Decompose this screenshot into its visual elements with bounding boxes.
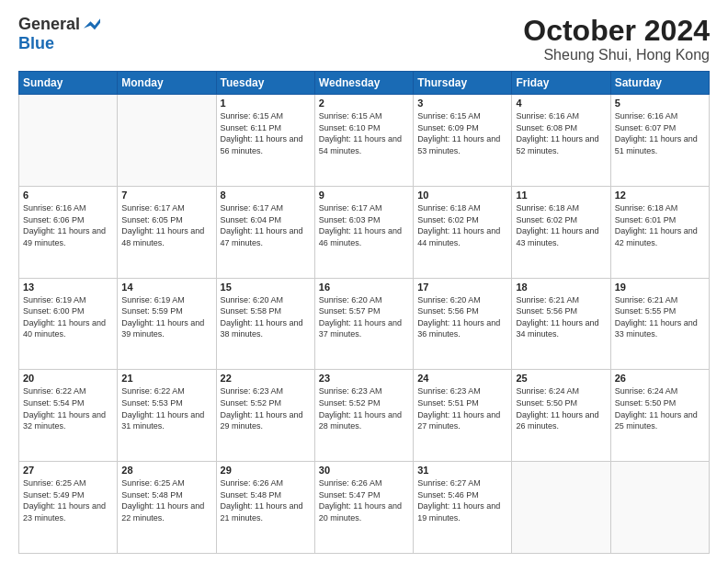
day-info: Sunrise: 6:23 AM Sunset: 5:52 PM Dayligh…: [221, 385, 311, 431]
calendar-cell: 23Sunrise: 6:23 AM Sunset: 5:52 PM Dayli…: [314, 370, 413, 462]
day-number: 23: [319, 373, 409, 384]
calendar-week-row: 20Sunrise: 6:22 AM Sunset: 5:54 PM Dayli…: [19, 370, 710, 462]
logo-bird-icon: [84, 17, 100, 33]
day-info: Sunrise: 6:20 AM Sunset: 5:58 PM Dayligh…: [221, 294, 311, 340]
day-info: Sunrise: 6:15 AM Sunset: 6:10 PM Dayligh…: [319, 110, 409, 156]
day-info: Sunrise: 6:17 AM Sunset: 6:04 PM Dayligh…: [221, 202, 311, 248]
title-section: October 2024 Sheung Shui, Hong Kong: [523, 15, 710, 63]
calendar-cell: 7Sunrise: 6:17 AM Sunset: 6:05 PM Daylig…: [118, 186, 216, 278]
calendar-week-row: 13Sunrise: 6:19 AM Sunset: 6:00 PM Dayli…: [19, 278, 710, 370]
calendar-cell: 30Sunrise: 6:26 AM Sunset: 5:47 PM Dayli…: [314, 462, 413, 554]
day-info: Sunrise: 6:16 AM Sunset: 6:06 PM Dayligh…: [23, 202, 113, 248]
calendar-cell: [19, 95, 118, 187]
calendar-cell: 27Sunrise: 6:25 AM Sunset: 5:49 PM Dayli…: [19, 462, 118, 554]
day-info: Sunrise: 6:16 AM Sunset: 6:07 PM Dayligh…: [615, 110, 705, 156]
day-info: Sunrise: 6:21 AM Sunset: 5:55 PM Dayligh…: [615, 294, 705, 340]
day-info: Sunrise: 6:18 AM Sunset: 6:02 PM Dayligh…: [516, 202, 606, 248]
day-number: 2: [319, 98, 409, 109]
day-number: 7: [121, 190, 211, 201]
calendar-table: SundayMondayTuesdayWednesdayThursdayFrid…: [18, 71, 710, 554]
day-info: Sunrise: 6:26 AM Sunset: 5:47 PM Dayligh…: [319, 477, 409, 523]
calendar-cell: 3Sunrise: 6:15 AM Sunset: 6:09 PM Daylig…: [414, 95, 512, 187]
calendar-cell: 1Sunrise: 6:15 AM Sunset: 6:11 PM Daylig…: [216, 95, 314, 187]
day-number: 30: [319, 465, 409, 476]
day-info: Sunrise: 6:23 AM Sunset: 5:52 PM Dayligh…: [319, 385, 409, 431]
logo-blue-text: Blue: [18, 34, 54, 53]
calendar-week-row: 1Sunrise: 6:15 AM Sunset: 6:11 PM Daylig…: [19, 95, 710, 187]
calendar-cell: 20Sunrise: 6:22 AM Sunset: 5:54 PM Dayli…: [19, 370, 118, 462]
day-number: 24: [417, 373, 507, 384]
calendar-header-tuesday: Tuesday: [216, 72, 314, 95]
calendar-header-wednesday: Wednesday: [314, 72, 413, 95]
day-number: 20: [23, 373, 113, 384]
day-info: Sunrise: 6:20 AM Sunset: 5:56 PM Dayligh…: [417, 294, 507, 340]
day-info: Sunrise: 6:18 AM Sunset: 6:01 PM Dayligh…: [615, 202, 705, 248]
header: General Blue October 2024 Sheung Shui, H…: [18, 15, 710, 63]
day-number: 28: [121, 465, 211, 476]
day-number: 9: [319, 190, 409, 201]
day-number: 22: [221, 373, 311, 384]
day-number: 31: [417, 465, 507, 476]
day-number: 6: [23, 190, 113, 201]
calendar-cell: 9Sunrise: 6:17 AM Sunset: 6:03 PM Daylig…: [314, 186, 413, 278]
calendar-week-row: 27Sunrise: 6:25 AM Sunset: 5:49 PM Dayli…: [19, 462, 710, 554]
calendar-cell: 26Sunrise: 6:24 AM Sunset: 5:50 PM Dayli…: [610, 370, 709, 462]
calendar-header-sunday: Sunday: [19, 72, 118, 95]
day-info: Sunrise: 6:27 AM Sunset: 5:46 PM Dayligh…: [417, 477, 507, 523]
day-info: Sunrise: 6:23 AM Sunset: 5:51 PM Dayligh…: [417, 385, 507, 431]
svg-marker-0: [84, 18, 100, 29]
day-info: Sunrise: 6:19 AM Sunset: 5:59 PM Dayligh…: [121, 294, 211, 340]
day-info: Sunrise: 6:19 AM Sunset: 6:00 PM Dayligh…: [23, 294, 113, 340]
day-info: Sunrise: 6:25 AM Sunset: 5:49 PM Dayligh…: [23, 477, 113, 523]
calendar-cell: 16Sunrise: 6:20 AM Sunset: 5:57 PM Dayli…: [314, 278, 413, 370]
day-number: 12: [615, 190, 705, 201]
calendar-cell: 14Sunrise: 6:19 AM Sunset: 5:59 PM Dayli…: [118, 278, 216, 370]
day-number: 13: [23, 282, 113, 293]
day-number: 18: [516, 282, 606, 293]
day-info: Sunrise: 6:15 AM Sunset: 6:11 PM Dayligh…: [221, 110, 311, 156]
day-info: Sunrise: 6:22 AM Sunset: 5:54 PM Dayligh…: [23, 385, 113, 431]
calendar-header-saturday: Saturday: [610, 72, 709, 95]
calendar-cell: 6Sunrise: 6:16 AM Sunset: 6:06 PM Daylig…: [19, 186, 118, 278]
day-number: 8: [221, 190, 311, 201]
logo: General Blue: [18, 15, 100, 53]
calendar-cell: 31Sunrise: 6:27 AM Sunset: 5:46 PM Dayli…: [414, 462, 512, 554]
calendar-cell: 5Sunrise: 6:16 AM Sunset: 6:07 PM Daylig…: [610, 95, 709, 187]
day-info: Sunrise: 6:24 AM Sunset: 5:50 PM Dayligh…: [516, 385, 606, 431]
day-info: Sunrise: 6:22 AM Sunset: 5:53 PM Dayligh…: [121, 385, 211, 431]
day-number: 15: [221, 282, 311, 293]
calendar-header-row: SundayMondayTuesdayWednesdayThursdayFrid…: [19, 72, 710, 95]
location: Sheung Shui, Hong Kong: [523, 47, 710, 63]
month-title: October 2024: [523, 15, 710, 47]
day-number: 16: [319, 282, 409, 293]
day-info: Sunrise: 6:21 AM Sunset: 5:56 PM Dayligh…: [516, 294, 606, 340]
calendar-cell: 19Sunrise: 6:21 AM Sunset: 5:55 PM Dayli…: [610, 278, 709, 370]
logo-general-text: General: [18, 15, 80, 34]
day-number: 25: [516, 373, 606, 384]
calendar-cell: 12Sunrise: 6:18 AM Sunset: 6:01 PM Dayli…: [610, 186, 709, 278]
day-info: Sunrise: 6:17 AM Sunset: 6:03 PM Dayligh…: [319, 202, 409, 248]
day-number: 3: [417, 98, 507, 109]
day-number: 14: [121, 282, 211, 293]
calendar-header-friday: Friday: [512, 72, 610, 95]
calendar-cell: [610, 462, 709, 554]
calendar-cell: 13Sunrise: 6:19 AM Sunset: 6:00 PM Dayli…: [19, 278, 118, 370]
calendar-cell: 22Sunrise: 6:23 AM Sunset: 5:52 PM Dayli…: [216, 370, 314, 462]
calendar-header-thursday: Thursday: [414, 72, 512, 95]
calendar-cell: [512, 462, 610, 554]
calendar-cell: 25Sunrise: 6:24 AM Sunset: 5:50 PM Dayli…: [512, 370, 610, 462]
day-number: 11: [516, 190, 606, 201]
calendar-cell: 4Sunrise: 6:16 AM Sunset: 6:08 PM Daylig…: [512, 95, 610, 187]
day-number: 27: [23, 465, 113, 476]
day-info: Sunrise: 6:24 AM Sunset: 5:50 PM Dayligh…: [615, 385, 705, 431]
day-number: 21: [121, 373, 211, 384]
day-number: 29: [221, 465, 311, 476]
day-number: 1: [221, 98, 311, 109]
calendar-cell: 29Sunrise: 6:26 AM Sunset: 5:48 PM Dayli…: [216, 462, 314, 554]
day-info: Sunrise: 6:26 AM Sunset: 5:48 PM Dayligh…: [221, 477, 311, 523]
day-number: 19: [615, 282, 705, 293]
page: General Blue October 2024 Sheung Shui, H…: [0, 0, 728, 563]
calendar-cell: 10Sunrise: 6:18 AM Sunset: 6:02 PM Dayli…: [414, 186, 512, 278]
day-info: Sunrise: 6:25 AM Sunset: 5:48 PM Dayligh…: [121, 477, 211, 523]
calendar-header-monday: Monday: [118, 72, 216, 95]
